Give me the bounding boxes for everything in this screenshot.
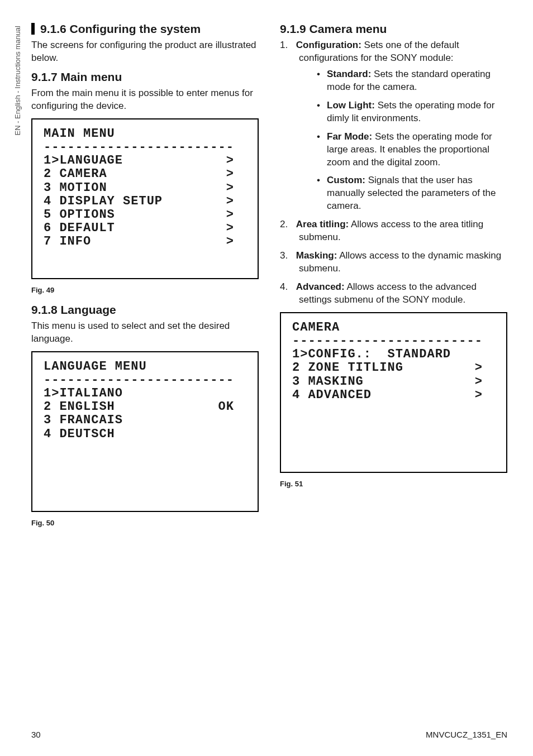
num-4: 4.	[280, 281, 293, 294]
lead-configuration: Configuration:	[296, 40, 361, 50]
camera-item-2: 2. Area titling: Allows access to the ar…	[280, 218, 507, 244]
fig-51-caption: Fig. 51	[280, 480, 507, 488]
right-column: 9.1.9 Camera menu 1. Configuration: Sets…	[280, 22, 507, 730]
para-9-1-8: This menu is used to select and set the …	[31, 320, 259, 346]
num-3: 3.	[280, 250, 293, 262]
lead-area: Area titling:	[296, 219, 349, 229]
camera-item-3: 3. Masking: Allows access to the dynamic…	[280, 250, 507, 275]
camera-item-1: 1. Configuration: Sets one of the defaul…	[280, 39, 507, 213]
bullet-farmode: Far Mode: Sets the operating mode for la…	[317, 131, 507, 169]
num-2: 2.	[280, 218, 293, 231]
heading-9-1-6: 9.1.6 Configuring the system	[31, 22, 259, 36]
bullet-custom: Custom: Signals that the user has manual…	[317, 174, 507, 213]
heading-9-1-8: 9.1.8 Language	[31, 303, 259, 317]
doc-id: MNVCUCZ_1351_EN	[426, 730, 507, 739]
num-1: 1.	[280, 39, 293, 52]
fig-50-caption: Fig. 50	[31, 519, 259, 527]
heading-9-1-9: 9.1.9 Camera menu	[280, 22, 507, 36]
camera-menu-screen: CAMERA ------------------------ 1>CONFIG…	[280, 312, 507, 473]
page-number: 30	[31, 730, 41, 739]
bullet-lowlight: Low Light: Sets the operating mode for d…	[317, 99, 507, 125]
bullet-standard: Standard: Sets the standard operating mo…	[317, 68, 507, 94]
camera-item-4: 4. Advanced: Allows access to the advanc…	[280, 281, 507, 307]
lead-masking: Masking:	[296, 250, 337, 261]
fig-49-caption: Fig. 49	[31, 286, 259, 294]
para-9-1-6: The screens for configuring the product …	[31, 39, 259, 65]
heading-9-1-7: 9.1.7 Main menu	[31, 70, 259, 84]
sidebar-rotated-text: EN - English - Instructions manual	[13, 26, 22, 136]
para-9-1-7: From the main menu it is possible to ent…	[31, 87, 259, 113]
main-menu-screen: MAIN MENU ------------------------ 1>LAN…	[31, 118, 259, 279]
lead-advanced: Advanced:	[296, 281, 345, 292]
language-menu-screen: LANGUAGE MENU ------------------------ 1…	[31, 351, 259, 512]
left-column: 9.1.6 Configuring the system The screens…	[31, 22, 259, 730]
